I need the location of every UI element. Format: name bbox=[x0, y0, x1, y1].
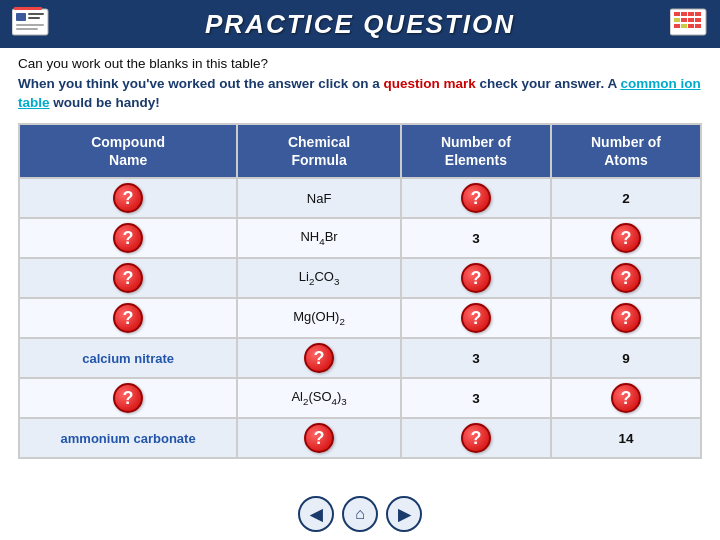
table-row: ammonium carbonate ? ? 14 bbox=[19, 418, 701, 458]
svg-rect-10 bbox=[688, 12, 694, 16]
question-btn-elements-4[interactable]: ? bbox=[461, 303, 491, 333]
question-btn-elements-3[interactable]: ? bbox=[461, 263, 491, 293]
question-btn-compound-6[interactable]: ? bbox=[113, 383, 143, 413]
svg-rect-16 bbox=[674, 24, 680, 28]
compound-cell: ? bbox=[19, 378, 237, 418]
svg-rect-13 bbox=[681, 18, 687, 22]
svg-rect-11 bbox=[695, 12, 701, 16]
question-btn-atoms-4[interactable]: ? bbox=[611, 303, 641, 333]
footer-nav: ◀ ⌂ ▶ bbox=[18, 490, 702, 536]
question-btn-formula-7[interactable]: ? bbox=[304, 423, 334, 453]
formula-cell: Li2CO3 bbox=[237, 258, 401, 298]
table-row: ? Mg(OH)2 ? ? bbox=[19, 298, 701, 338]
elements-cell: ? bbox=[401, 298, 551, 338]
svg-rect-14 bbox=[688, 18, 694, 22]
data-table: CompoundName ChemicalFormula Number ofEl… bbox=[18, 123, 702, 459]
svg-rect-6 bbox=[16, 28, 38, 30]
instruction-plain2: check your answer. A bbox=[476, 76, 621, 91]
question-btn-elements-7[interactable]: ? bbox=[461, 423, 491, 453]
formula-cell: Al2(SO4)3 bbox=[237, 378, 401, 418]
compound-cell: ? bbox=[19, 298, 237, 338]
compound-cell: ammonium carbonate bbox=[19, 418, 237, 458]
header-icon-left bbox=[12, 7, 50, 41]
question-btn-compound-1[interactable]: ? bbox=[113, 183, 143, 213]
home-button[interactable]: ⌂ bbox=[342, 496, 378, 532]
question-btn-compound-3[interactable]: ? bbox=[113, 263, 143, 293]
elements-cell: 3 bbox=[401, 338, 551, 378]
question-btn-atoms-3[interactable]: ? bbox=[611, 263, 641, 293]
elements-cell: ? bbox=[401, 418, 551, 458]
svg-rect-3 bbox=[28, 13, 44, 15]
atoms-cell: ? bbox=[551, 218, 701, 258]
svg-rect-2 bbox=[16, 13, 26, 21]
header: PRACTICE QUESTION bbox=[0, 0, 720, 48]
question-btn-atoms-6[interactable]: ? bbox=[611, 383, 641, 413]
atoms-cell: 14 bbox=[551, 418, 701, 458]
atoms-cell: 2 bbox=[551, 178, 701, 218]
svg-rect-1 bbox=[14, 7, 42, 10]
formula-cell: Mg(OH)2 bbox=[237, 298, 401, 338]
svg-rect-12 bbox=[674, 18, 680, 22]
svg-rect-17 bbox=[681, 24, 687, 28]
svg-rect-8 bbox=[674, 12, 680, 16]
formula-cell: NH4Br bbox=[237, 218, 401, 258]
elements-cell: ? bbox=[401, 178, 551, 218]
page-title: PRACTICE QUESTION bbox=[205, 9, 515, 40]
elements-cell: 3 bbox=[401, 218, 551, 258]
instruction-plain3: would be handy! bbox=[50, 95, 160, 110]
svg-rect-9 bbox=[681, 12, 687, 16]
table-row: ? NaF ? 2 bbox=[19, 178, 701, 218]
svg-rect-19 bbox=[695, 24, 701, 28]
question-btn-atoms-2[interactable]: ? bbox=[611, 223, 641, 253]
header-formula: ChemicalFormula bbox=[237, 124, 401, 178]
elements-cell: 3 bbox=[401, 378, 551, 418]
svg-rect-15 bbox=[695, 18, 701, 22]
back-button[interactable]: ◀ bbox=[298, 496, 334, 532]
svg-rect-0 bbox=[12, 9, 48, 35]
table-row: ? NH4Br 3 ? bbox=[19, 218, 701, 258]
table-row: ? Li2CO3 ? ? bbox=[19, 258, 701, 298]
slide-deck-icon-right bbox=[670, 7, 708, 37]
forward-button[interactable]: ▶ bbox=[386, 496, 422, 532]
header-icon-right bbox=[670, 7, 708, 41]
body: Can you work out the blanks in this tabl… bbox=[0, 48, 720, 540]
svg-rect-18 bbox=[688, 24, 694, 28]
svg-rect-4 bbox=[28, 17, 40, 19]
question-btn-compound-4[interactable]: ? bbox=[113, 303, 143, 333]
slide-deck-icon-left bbox=[12, 7, 50, 37]
formula-cell: ? bbox=[237, 418, 401, 458]
atoms-cell: ? bbox=[551, 378, 701, 418]
question-btn-compound-2[interactable]: ? bbox=[113, 223, 143, 253]
instruction-red: question mark bbox=[384, 76, 476, 91]
question-btn-formula-5[interactable]: ? bbox=[304, 343, 334, 373]
elements-cell: ? bbox=[401, 258, 551, 298]
question-btn-elements-1[interactable]: ? bbox=[461, 183, 491, 213]
header-atoms: Number ofAtoms bbox=[551, 124, 701, 178]
atoms-cell: ? bbox=[551, 298, 701, 338]
formula-cell: NaF bbox=[237, 178, 401, 218]
table-row: ? Al2(SO4)3 3 ? bbox=[19, 378, 701, 418]
table-wrapper: CompoundName ChemicalFormula Number ofEl… bbox=[18, 123, 702, 490]
instruction-line: When you think you've worked out the ans… bbox=[18, 75, 702, 113]
compound-cell: ? bbox=[19, 218, 237, 258]
compound-cell: ? bbox=[19, 178, 237, 218]
formula-cell: ? bbox=[237, 338, 401, 378]
svg-rect-5 bbox=[16, 24, 44, 26]
page: PRACTICE QUESTION Can you work out the b… bbox=[0, 0, 720, 540]
intro-line1: Can you work out the blanks in this tabl… bbox=[18, 56, 702, 71]
header-elements: Number ofElements bbox=[401, 124, 551, 178]
atoms-cell: 9 bbox=[551, 338, 701, 378]
compound-cell: ? bbox=[19, 258, 237, 298]
atoms-cell: ? bbox=[551, 258, 701, 298]
compound-cell: calcium nitrate bbox=[19, 338, 237, 378]
header-compound: CompoundName bbox=[19, 124, 237, 178]
instruction-plain1: When you think you've worked out the ans… bbox=[18, 76, 384, 91]
table-row: calcium nitrate ? 3 9 bbox=[19, 338, 701, 378]
